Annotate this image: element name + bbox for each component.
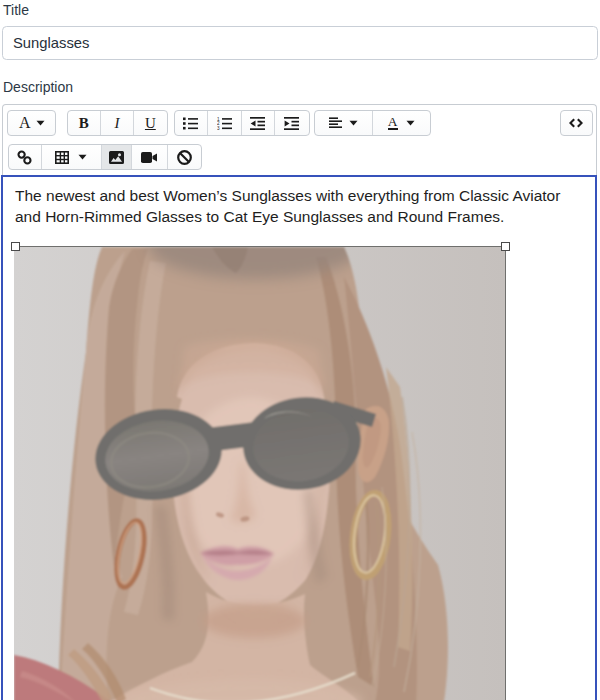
svg-text:3: 3 xyxy=(217,126,220,130)
